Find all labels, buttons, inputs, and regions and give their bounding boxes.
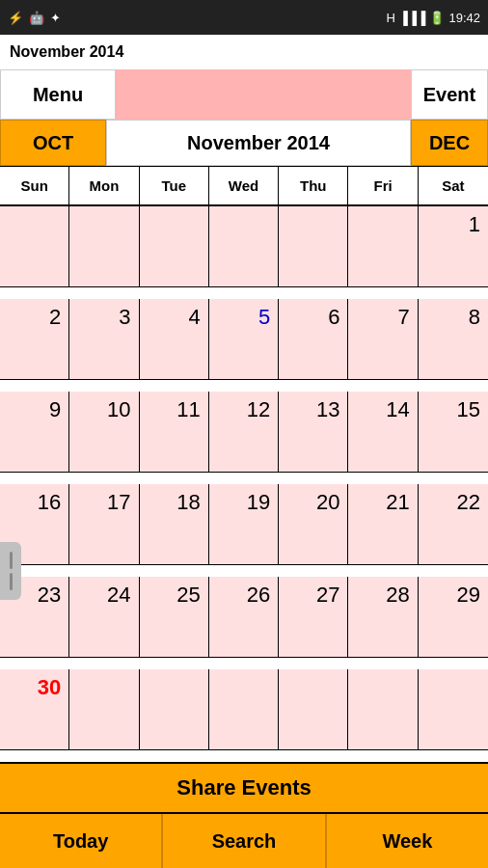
bottom-nav: Today Search Week xyxy=(0,814,488,868)
day-number: 8 xyxy=(469,305,480,330)
header-wed: Wed xyxy=(209,166,279,204)
header-sun: Sun xyxy=(0,166,69,204)
day-number: 1 xyxy=(469,212,480,237)
calendar-day[interactable]: 26 xyxy=(209,577,279,658)
calendar-day[interactable]: 6 xyxy=(279,299,348,380)
calendar-day[interactable]: 24 xyxy=(69,577,139,658)
bb-icon: ✦ xyxy=(50,11,61,25)
prev-month-button[interactable]: OCT xyxy=(0,120,106,166)
calendar-day xyxy=(279,206,348,287)
day-number: 19 xyxy=(247,490,270,515)
calendar-day[interactable]: 30 xyxy=(0,669,69,750)
day-number: 14 xyxy=(386,397,409,422)
calendar-day[interactable]: 21 xyxy=(348,484,418,565)
battery-icon: 🔋 xyxy=(429,11,445,25)
calendar-day[interactable]: 12 xyxy=(209,392,279,473)
calendar-grid: 1234567891011121314151617181920212223242… xyxy=(0,206,488,762)
calendar-day[interactable]: 11 xyxy=(140,392,209,473)
day-number: 27 xyxy=(316,583,339,608)
day-number: 6 xyxy=(328,305,339,330)
status-icons-right: H ▐▐▐ 🔋 19:42 xyxy=(386,11,480,25)
calendar-day xyxy=(69,669,139,750)
day-number: 20 xyxy=(316,490,339,515)
calendar-day xyxy=(69,206,139,287)
day-number: 3 xyxy=(119,305,130,330)
menu-button[interactable]: Menu xyxy=(0,69,116,120)
day-number: 23 xyxy=(38,583,61,608)
calendar-day xyxy=(0,206,69,287)
calendar-day[interactable]: 2 xyxy=(0,299,69,380)
header-tue: Tue xyxy=(140,166,209,204)
calendar-day[interactable]: 22 xyxy=(419,484,488,565)
day-number: 9 xyxy=(49,397,61,422)
usb-icon: ⚡ xyxy=(8,11,23,25)
header-thu: Thu xyxy=(279,166,348,204)
calendar-day xyxy=(209,669,279,750)
day-number: 10 xyxy=(107,397,130,422)
time-display: 19:42 xyxy=(448,11,480,25)
calendar-day[interactable]: 14 xyxy=(348,392,418,473)
day-number: 11 xyxy=(176,397,200,422)
day-number: 13 xyxy=(316,397,339,422)
day-number: 30 xyxy=(38,675,61,700)
calendar-day[interactable]: 8 xyxy=(419,299,488,380)
today-button[interactable]: Today xyxy=(0,814,163,868)
calendar-day xyxy=(209,206,279,287)
day-number: 21 xyxy=(386,490,409,515)
day-number: 29 xyxy=(457,583,480,608)
calendar-day[interactable]: 29 xyxy=(419,577,488,658)
android-icon: 🤖 xyxy=(29,11,44,25)
calendar-day[interactable]: 4 xyxy=(140,299,209,380)
calendar-day[interactable]: 10 xyxy=(69,392,139,473)
calendar-day[interactable]: 7 xyxy=(348,299,418,380)
calendar-day[interactable]: 13 xyxy=(279,392,348,473)
day-number: 24 xyxy=(107,583,130,608)
calendar-day[interactable]: 18 xyxy=(140,484,209,565)
day-number: 15 xyxy=(457,397,480,422)
day-number: 18 xyxy=(176,490,200,515)
calendar-day xyxy=(140,669,209,750)
day-number: 7 xyxy=(397,305,409,330)
search-button[interactable]: Search xyxy=(163,814,326,868)
day-number: 5 xyxy=(258,305,270,330)
calendar-day[interactable]: 28 xyxy=(348,577,418,658)
next-month-button[interactable]: DEC xyxy=(411,120,488,166)
share-events-button[interactable]: Share Events xyxy=(0,762,488,814)
calendar-day[interactable]: 15 xyxy=(419,392,488,473)
calendar-day[interactable]: 27 xyxy=(279,577,348,658)
calendar-day[interactable]: 3 xyxy=(69,299,139,380)
day-number: 26 xyxy=(247,583,270,608)
app-title: November 2014 xyxy=(10,43,123,61)
calendar-day[interactable]: 17 xyxy=(69,484,139,565)
calendar-day[interactable]: 9 xyxy=(0,392,69,473)
calendar-day[interactable]: 5 xyxy=(209,299,279,380)
header-mon: Mon xyxy=(69,166,139,204)
title-bar: November 2014 xyxy=(0,35,488,69)
calendar-day xyxy=(419,669,488,750)
calendar-day[interactable]: 25 xyxy=(140,577,209,658)
day-number: 28 xyxy=(386,583,409,608)
app: ⚡ 🤖 ✦ H ▐▐▐ 🔋 19:42 November 2014 Menu E… xyxy=(0,0,488,868)
calendar-day[interactable]: 19 xyxy=(209,484,279,565)
day-number: 16 xyxy=(38,490,61,515)
calendar-day[interactable]: 20 xyxy=(279,484,348,565)
day-number: 22 xyxy=(457,490,480,515)
week-button[interactable]: Week xyxy=(327,814,488,868)
day-number: 12 xyxy=(247,397,270,422)
scroll-line-2 xyxy=(10,573,13,590)
day-headers: Sun Mon Tue Wed Thu Fri Sat xyxy=(0,166,488,206)
top-nav: Menu Event xyxy=(0,69,488,120)
current-month-title: November 2014 xyxy=(106,120,411,166)
calendar-day xyxy=(140,206,209,287)
calendar-section: Sun Mon Tue Wed Thu Fri Sat 123456789101… xyxy=(0,166,488,762)
calendar-day[interactable]: 1 xyxy=(419,206,488,287)
event-button[interactable]: Event xyxy=(411,69,488,120)
status-bar: ⚡ 🤖 ✦ H ▐▐▐ 🔋 19:42 xyxy=(0,0,488,35)
day-number: 4 xyxy=(189,305,201,330)
calendar-day xyxy=(279,669,348,750)
scroll-tab[interactable] xyxy=(0,542,21,600)
day-number: 17 xyxy=(107,490,130,515)
signal-icon: ▐▐▐ xyxy=(399,11,426,25)
h-indicator: H xyxy=(386,11,394,25)
month-nav: OCT November 2014 DEC xyxy=(0,120,488,166)
